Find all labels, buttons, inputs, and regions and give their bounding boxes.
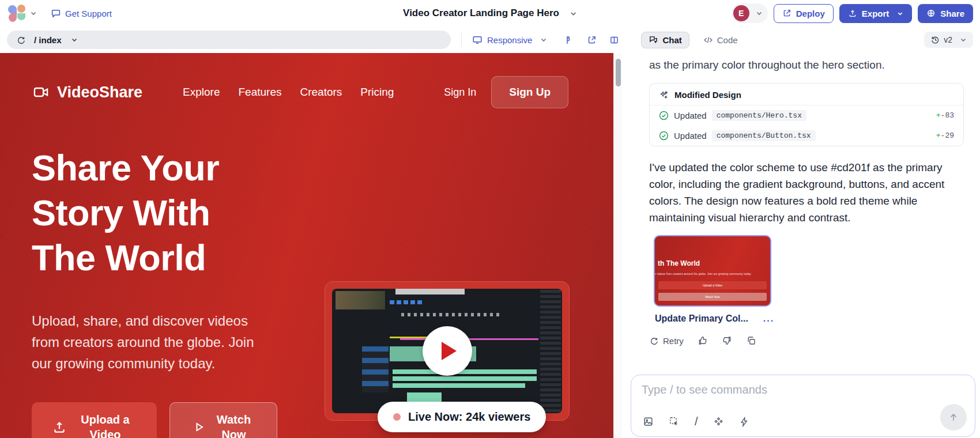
- modified-design-title: Modified Design: [674, 90, 741, 100]
- hero-heading: Share Your Story With The World: [32, 145, 219, 280]
- divider: [461, 33, 462, 47]
- get-support-link[interactable]: Get Support: [51, 8, 112, 18]
- version-history-selector[interactable]: v2: [924, 32, 973, 48]
- chevron-down-icon: [540, 36, 547, 43]
- avatar: E: [733, 5, 749, 21]
- nav-link-features[interactable]: Features: [239, 86, 282, 99]
- project-title-menu[interactable]: Video Creator Landing Page Hero: [403, 7, 577, 19]
- chevron-down-icon: [570, 10, 577, 17]
- open-in-new-window-icon[interactable]: [587, 35, 597, 45]
- modified-design-card: Modified Design Updated components/Hero.…: [649, 83, 964, 146]
- check-circle-icon: [659, 131, 669, 141]
- nav-link-pricing[interactable]: Pricing: [360, 86, 394, 99]
- history-icon: [930, 35, 940, 44]
- thumbnail-mini-watch-button: Watch Now: [658, 293, 767, 301]
- globe-icon: [926, 9, 936, 18]
- chat-input[interactable]: [642, 383, 900, 397]
- video-camera-icon: [32, 84, 50, 100]
- chevron-down-icon[interactable]: [30, 10, 37, 17]
- split-view-icon[interactable]: [609, 35, 619, 45]
- video-thumbnail: [332, 289, 562, 413]
- site-preview: VideoShare Explore Features Creators Pri…: [0, 53, 613, 438]
- account-menu[interactable]: E: [732, 3, 768, 23]
- hero-description: Upload, share, and discover videos from …: [32, 310, 274, 374]
- route-bar[interactable]: / index: [7, 31, 451, 49]
- chevron-down-icon[interactable]: [71, 36, 78, 43]
- tab-code[interactable]: Code: [703, 35, 738, 45]
- live-now-badge: Live Now: 24k viewers: [378, 402, 546, 432]
- file-chip: components/Button.tsx: [712, 130, 816, 141]
- monitor-icon: [472, 35, 483, 45]
- copy-icon[interactable]: [746, 335, 756, 346]
- version-thumbnail[interactable]: th The World Upload, share, and discover…: [654, 235, 771, 307]
- brand-name: VideoShare: [57, 84, 142, 101]
- sparkles-icon: [659, 90, 669, 100]
- more-options-icon[interactable]: ...: [763, 314, 774, 324]
- live-badge-label: Live Now: 24k viewers: [408, 410, 530, 424]
- device-mode-label: Responsive: [487, 35, 532, 45]
- play-triangle-icon: [442, 342, 457, 360]
- preview-navbar: VideoShare Explore Features Creators Pri…: [0, 53, 613, 108]
- file-change-row[interactable]: Updated components/Button.tsx +-29: [650, 126, 963, 146]
- diff-stats: +-83: [936, 111, 954, 120]
- commands-diamond-icon[interactable]: [713, 416, 724, 427]
- code-icon: [703, 35, 713, 45]
- chat-bubbles-icon: [649, 35, 658, 45]
- retry-button[interactable]: Retry: [649, 336, 684, 346]
- assistant-message-tail: as the primary color throughout the hero…: [649, 59, 964, 71]
- tab-chat[interactable]: Chat: [641, 32, 689, 48]
- chevron-down-icon: [897, 10, 903, 17]
- components-icon[interactable]: [564, 35, 574, 45]
- watch-now-button[interactable]: Watch Now: [169, 402, 277, 438]
- retry-label: Retry: [663, 336, 684, 346]
- brand-logo[interactable]: VideoShare: [32, 84, 142, 101]
- upload-icon: [848, 9, 857, 18]
- select-element-icon[interactable]: [669, 416, 680, 427]
- slash-command-icon[interactable]: /: [695, 415, 698, 428]
- preview-scrollbar[interactable]: [613, 53, 622, 438]
- scrollbar-thumb[interactable]: [616, 59, 621, 86]
- chat-panel: as the primary color throughout the hero…: [622, 53, 980, 438]
- change-action: Updated: [674, 111, 707, 120]
- device-mode-selector[interactable]: Responsive: [472, 35, 547, 45]
- play-outline-icon: [192, 420, 206, 434]
- retry-icon: [649, 336, 659, 346]
- thumbnail-mini-heading: th The World: [658, 259, 700, 267]
- route-path: / index: [34, 35, 62, 45]
- check-circle-icon: [659, 111, 669, 120]
- preview-toolbar: / index Responsive Chat C: [0, 27, 980, 53]
- tab-chat-label: Chat: [662, 35, 681, 45]
- diff-stats: +-29: [936, 131, 954, 140]
- nav-link-creators[interactable]: Creators: [300, 86, 342, 99]
- thumbs-up-icon[interactable]: [698, 335, 708, 346]
- thumbs-down-icon[interactable]: [722, 335, 732, 346]
- play-button[interactable]: [423, 326, 472, 376]
- lightning-icon[interactable]: [739, 417, 749, 427]
- sign-in-link[interactable]: Sign In: [444, 86, 476, 99]
- nav-link-explore[interactable]: Explore: [183, 86, 220, 99]
- chat-input-box[interactable]: /: [631, 375, 975, 437]
- arrow-up-icon: [948, 411, 959, 423]
- deploy-button[interactable]: Deploy: [774, 4, 834, 23]
- chevron-down-icon: [756, 10, 763, 17]
- live-dot-icon: [393, 413, 401, 421]
- refresh-icon[interactable]: [16, 35, 26, 45]
- get-support-label: Get Support: [65, 9, 112, 18]
- project-title: Video Creator Landing Page Hero: [403, 7, 559, 19]
- send-button[interactable]: [940, 404, 967, 431]
- chevron-down-icon: [960, 36, 967, 43]
- deploy-label: Deploy: [796, 9, 825, 18]
- app-header: Get Support Video Creator Landing Page H…: [0, 0, 980, 27]
- export-label: Export: [862, 9, 889, 18]
- version-caption[interactable]: Update Primary Col...: [655, 314, 748, 324]
- attach-image-icon[interactable]: [643, 416, 654, 427]
- export-button[interactable]: Export: [839, 4, 913, 23]
- thumbnail-mini-upload-button: Upload a Video: [658, 281, 767, 289]
- app-logo[interactable]: [7, 3, 27, 23]
- upload-video-button[interactable]: Upload a Video: [32, 402, 157, 438]
- share-button[interactable]: Share: [918, 4, 973, 23]
- file-change-row[interactable]: Updated components/Hero.tsx +-83: [650, 105, 963, 126]
- message-actions: Retry: [649, 335, 964, 346]
- version-label: v2: [944, 35, 952, 44]
- sign-up-button[interactable]: Sign Up: [491, 76, 568, 108]
